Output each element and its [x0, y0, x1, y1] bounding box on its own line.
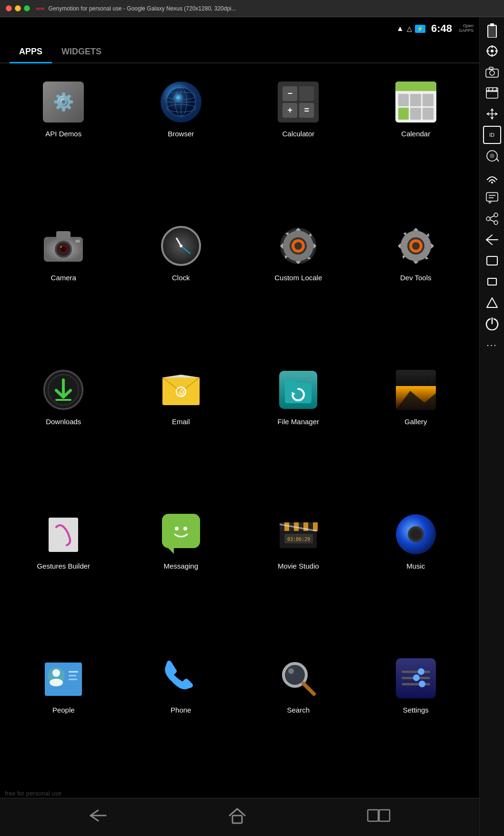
- svg-point-88: [486, 217, 490, 221]
- custom-locale-label: Custom Locale: [274, 273, 322, 283]
- music-label: Music: [406, 561, 425, 571]
- settings-label: Settings: [403, 705, 429, 715]
- calc-empty1: [299, 86, 314, 101]
- window-sidebar-button[interactable]: [483, 273, 501, 291]
- app-music[interactable]: Music: [357, 505, 475, 644]
- svg-point-49: [50, 679, 63, 686]
- main-content: ▲ △ ⚡ 6:48 OpenGAPPS APPS WIDGETS ⚙️ API…: [0, 17, 479, 836]
- svg-rect-15: [75, 240, 80, 243]
- app-gestures-builder[interactable]: Gestures Builder: [5, 505, 122, 644]
- open-gapps-label: OpenGAPPS: [459, 24, 474, 33]
- file-manager-icon: [277, 368, 320, 411]
- app-custom-locale[interactable]: Custom Locale: [240, 217, 357, 356]
- file-manager-label: File Manager: [277, 417, 319, 427]
- app-camera[interactable]: Camera: [5, 217, 122, 356]
- app-dev-tools[interactable]: Dev Tools: [357, 217, 475, 356]
- svg-line-82: [497, 159, 499, 162]
- gallery-label: Gallery: [404, 417, 427, 427]
- settings-icon: [394, 657, 437, 700]
- sms-sidebar-button[interactable]: [483, 189, 501, 207]
- phone-icon: [160, 657, 202, 700]
- app-people[interactable]: People: [5, 649, 122, 788]
- svg-point-37: [183, 527, 187, 530]
- svg-point-24: [412, 242, 420, 250]
- app-messaging[interactable]: Messaging: [122, 505, 240, 644]
- minimize-button[interactable]: [15, 5, 21, 11]
- app-calculator[interactable]: − + = Calculator: [240, 73, 357, 212]
- app-downloads[interactable]: Downloads: [5, 361, 122, 500]
- gps-sidebar-button[interactable]: [483, 42, 501, 60]
- wifi-sidebar-button[interactable]: [483, 168, 501, 186]
- share-sidebar-button[interactable]: [483, 210, 501, 228]
- id-sidebar-button[interactable]: ID: [483, 126, 501, 144]
- signal-icon: △: [407, 25, 412, 32]
- svg-line-76: [492, 88, 493, 92]
- more-sidebar-button[interactable]: ···: [483, 336, 501, 354]
- maximize-button[interactable]: [24, 5, 30, 11]
- svg-marker-33: [396, 391, 436, 410]
- cal-header: [395, 82, 436, 91]
- app-file-manager[interactable]: File Manager: [240, 361, 357, 500]
- gestures-builder-label: Gestures Builder: [37, 561, 90, 571]
- svg-marker-95: [487, 298, 497, 307]
- calc-equals: =: [299, 103, 314, 118]
- status-bar: ▲ △ ⚡ 6:48 OpenGAPPS: [0, 17, 479, 40]
- app-calendar[interactable]: Calendar: [357, 73, 475, 212]
- app-search[interactable]: Search: [240, 649, 357, 788]
- clock-icon: [160, 224, 202, 267]
- close-button[interactable]: [6, 5, 12, 11]
- svg-line-55: [303, 683, 314, 694]
- svg-rect-60: [379, 810, 390, 821]
- svg-rect-52: [69, 679, 77, 680]
- watermark: free for personal use: [5, 790, 61, 797]
- svg-rect-94: [488, 278, 496, 285]
- gestures-builder-icon: [42, 513, 85, 556]
- settings-knob-1: [418, 668, 424, 675]
- minute-hand: [181, 245, 191, 254]
- clapperboard-sidebar-button[interactable]: [483, 84, 501, 102]
- movie-studio-label: Movie Studio: [278, 561, 319, 571]
- svg-rect-84: [486, 193, 498, 201]
- music-icon: [394, 513, 437, 556]
- app-settings[interactable]: Settings: [357, 649, 475, 788]
- svg-rect-35: [49, 518, 78, 552]
- svg-rect-51: [69, 675, 76, 676]
- app-email[interactable]: @ Email: [122, 361, 240, 500]
- battery-sidebar-button[interactable]: [483, 21, 501, 39]
- tab-apps[interactable]: APPS: [10, 47, 52, 62]
- svg-point-14: [60, 246, 62, 248]
- svg-rect-63: [488, 26, 496, 37]
- power-sidebar-button[interactable]: [483, 315, 501, 333]
- app-movie-studio[interactable]: 03:06:29 Movie Studio: [240, 505, 357, 644]
- battery-icon: ⚡: [415, 25, 425, 33]
- center-dot: [180, 245, 182, 247]
- flash-sidebar-button[interactable]: [483, 147, 501, 165]
- back-nav-button[interactable]: [89, 808, 108, 826]
- app-phone[interactable]: Phone: [122, 649, 240, 788]
- app-api-demos[interactable]: ⚙️ API Demos: [5, 73, 122, 212]
- home-nav-button[interactable]: [228, 807, 247, 827]
- settings-knob-3: [419, 681, 425, 687]
- camera-icon: [42, 224, 85, 267]
- svg-rect-58: [232, 816, 242, 823]
- calendar-label: Calendar: [401, 129, 430, 139]
- back-sidebar-button[interactable]: [483, 231, 501, 249]
- recent-nav-button[interactable]: [367, 808, 391, 826]
- move-sidebar-button[interactable]: [483, 105, 501, 123]
- svg-line-90: [490, 216, 494, 218]
- camera-sidebar-button[interactable]: [483, 63, 501, 81]
- calculator-icon: − + =: [277, 81, 320, 123]
- svg-line-91: [490, 220, 494, 222]
- time-display: 6:48: [431, 22, 452, 35]
- svg-line-77: [496, 88, 497, 92]
- home-sidebar-button[interactable]: [483, 294, 501, 312]
- calc-plus: +: [282, 103, 297, 118]
- api-demos-label: API Demos: [45, 129, 81, 139]
- app-gallery[interactable]: Gallery: [357, 361, 475, 500]
- tab-widgets[interactable]: WIDGETS: [52, 47, 111, 62]
- app-browser[interactable]: Browser: [122, 73, 240, 212]
- recent-sidebar-button[interactable]: [483, 252, 501, 270]
- title-bar: ∞∞ Genymotion for personal use - Google …: [0, 0, 504, 17]
- settings-slider-3: [402, 683, 430, 685]
- app-clock[interactable]: Clock: [122, 217, 240, 356]
